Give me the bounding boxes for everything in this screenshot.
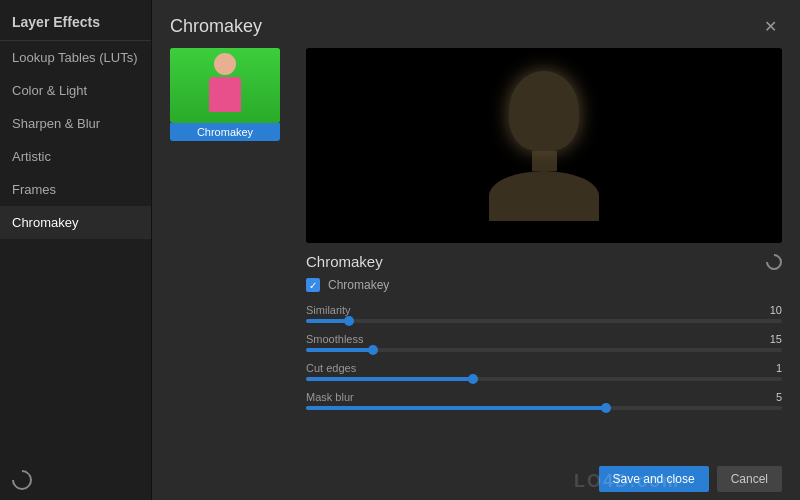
content-area: Chromakey ✕ Chromakey xyxy=(152,0,800,500)
content-footer: Save and close Cancel xyxy=(152,458,800,500)
slider-cut-edges-fill xyxy=(306,377,473,381)
slider-similarity-track[interactable] xyxy=(306,319,782,323)
chromakey-checkbox[interactable] xyxy=(306,278,320,292)
slider-mask-blur-fill xyxy=(306,406,606,410)
person-head xyxy=(214,53,236,75)
settings-header: Chromakey xyxy=(306,253,782,270)
content-body: Chromakey Chromakey xyxy=(152,48,800,458)
sidebar-item-frames[interactable]: Frames xyxy=(0,173,151,206)
sidebar-item-color-light[interactable]: Color & Light xyxy=(0,74,151,107)
slider-smoothless-header: Smoothless 15 xyxy=(306,333,782,345)
slider-similarity-header: Similarity 10 xyxy=(306,304,782,316)
slider-mask-blur-header: Mask blur 5 xyxy=(306,391,782,403)
slider-mask-blur-thumb xyxy=(601,403,611,413)
sidebar-title: Layer Effects xyxy=(0,0,151,41)
preview-face-shoulders xyxy=(489,171,599,221)
reset-icon[interactable] xyxy=(8,466,36,494)
chromakey-checkbox-label: Chromakey xyxy=(328,278,389,292)
app-window: Layer Effects Lookup Tables (LUTs) Color… xyxy=(0,0,800,500)
slider-cut-edges: Cut edges 1 xyxy=(306,362,782,381)
sidebar: Layer Effects Lookup Tables (LUTs) Color… xyxy=(0,0,152,500)
slider-mask-blur-track[interactable] xyxy=(306,406,782,410)
preview-face-head xyxy=(509,71,579,151)
slider-smoothless-thumb xyxy=(368,345,378,355)
preview-panel: Chromakey Chromakey Similarity 10 xyxy=(306,48,782,458)
settings-panel: Chromakey Chromakey Similarity 10 xyxy=(306,253,782,458)
slider-cut-edges-track[interactable] xyxy=(306,377,782,381)
preview-image xyxy=(306,48,782,243)
thumbnail-chromakey[interactable]: Chromakey xyxy=(170,48,280,141)
watermark: LO4D.com xyxy=(574,471,680,492)
cancel-button[interactable]: Cancel xyxy=(717,466,782,492)
slider-smoothless-track[interactable] xyxy=(306,348,782,352)
settings-title: Chromakey xyxy=(306,253,383,270)
chromakey-checkbox-row: Chromakey xyxy=(306,278,782,292)
thumbnail-label: Chromakey xyxy=(170,123,280,141)
close-button[interactable]: ✕ xyxy=(758,14,782,38)
person-silhouette xyxy=(205,53,245,118)
slider-mask-blur-name: Mask blur xyxy=(306,391,354,403)
sidebar-item-sharpen-blur[interactable]: Sharpen & Blur xyxy=(0,107,151,140)
slider-similarity-value: 10 xyxy=(770,304,782,316)
sidebar-item-artistic[interactable]: Artistic xyxy=(0,140,151,173)
sidebar-reset-area xyxy=(0,460,151,500)
settings-reset-icon[interactable] xyxy=(763,250,786,273)
person-body xyxy=(209,77,241,112)
slider-similarity-name: Similarity xyxy=(306,304,351,316)
green-background xyxy=(170,48,280,123)
content-header: Chromakey ✕ xyxy=(152,0,800,48)
slider-cut-edges-thumb xyxy=(468,374,478,384)
slider-smoothless-fill xyxy=(306,348,373,352)
slider-similarity: Similarity 10 xyxy=(306,304,782,323)
thumbnail-image xyxy=(170,48,280,123)
slider-cut-edges-value: 1 xyxy=(776,362,782,374)
slider-similarity-thumb xyxy=(344,316,354,326)
slider-similarity-fill xyxy=(306,319,349,323)
slider-smoothless-name: Smoothless xyxy=(306,333,363,345)
slider-mask-blur-value: 5 xyxy=(776,391,782,403)
slider-cut-edges-header: Cut edges 1 xyxy=(306,362,782,374)
preview-face xyxy=(484,71,604,221)
slider-cut-edges-name: Cut edges xyxy=(306,362,356,374)
sidebar-item-chromakey[interactable]: Chromakey xyxy=(0,206,151,239)
preview-face-neck xyxy=(532,151,557,171)
slider-smoothless-value: 15 xyxy=(770,333,782,345)
sidebar-item-lookup-tables[interactable]: Lookup Tables (LUTs) xyxy=(0,41,151,74)
page-title: Chromakey xyxy=(170,16,262,37)
slider-mask-blur: Mask blur 5 xyxy=(306,391,782,410)
thumbnails-panel: Chromakey xyxy=(170,48,290,458)
slider-smoothless: Smoothless 15 xyxy=(306,333,782,352)
